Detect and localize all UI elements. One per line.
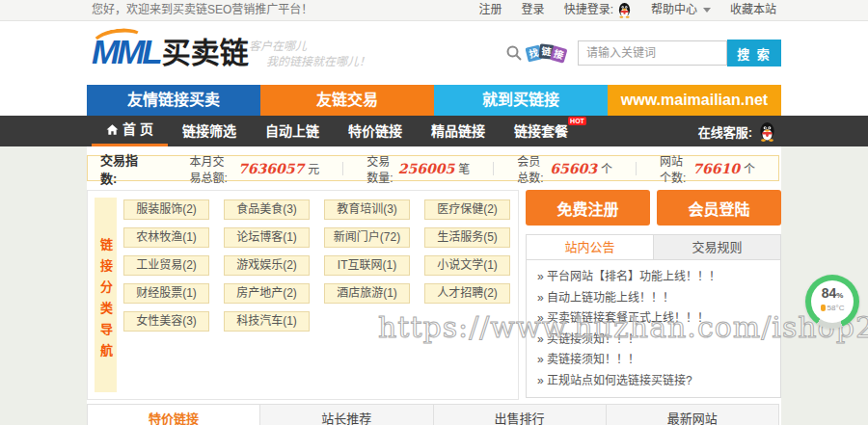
stat-unit: 元 xyxy=(308,160,319,176)
banner-seg-site-url[interactable]: www.maimailian.net xyxy=(608,85,781,116)
slogan-line2: 我的链接就在哪儿！ xyxy=(249,54,370,69)
stat-label: 本月交易总额: xyxy=(189,152,234,185)
notice-list: » 平台网站【排名】功能上线！！！ » 自动上链功能上线！！！ » 买卖链链接套… xyxy=(527,260,780,391)
category-item[interactable]: 食品美食(3) xyxy=(224,199,310,220)
hot-badge: HOT xyxy=(568,117,586,125)
register-link[interactable]: 注册 xyxy=(479,0,502,20)
nav-item-label: 链接套餐 xyxy=(514,117,568,146)
search-bar: 找 链 接 搜 索 xyxy=(505,40,781,66)
home-icon xyxy=(106,123,119,136)
notice-item[interactable]: » 平台网站【排名】功能上线！！！ xyxy=(537,267,770,288)
search-input[interactable] xyxy=(578,40,727,66)
stat-unit: 笔 xyxy=(458,160,470,176)
gauge-percent-value: 84 xyxy=(822,285,837,301)
online-service[interactable]: 在线客服: xyxy=(698,116,776,146)
notice-item[interactable]: » 正规站点如何选链接买链接? xyxy=(537,371,770,392)
category-item[interactable]: 农林牧渔(1) xyxy=(123,227,209,248)
stat-label: 交易数量: xyxy=(366,152,393,185)
account-buttons: 免费注册 会员登陆 xyxy=(526,190,781,226)
welcome-text: 您好，欢迎来到买卖链SEO营销推广平台！ xyxy=(92,0,312,20)
banner-seg-buy-links[interactable]: 就到买链接 xyxy=(434,85,608,116)
stat-site-count: 网站个数: 76610 个 xyxy=(636,162,778,175)
trade-index-bar: 交易指数: 本月交易总额: 7636057 元 交易数量: 256005 笔 会… xyxy=(87,155,779,181)
qq-icon[interactable] xyxy=(617,2,632,18)
login-link[interactable]: 登录 xyxy=(522,0,545,20)
notice-item[interactable]: » 买卖链链接套餐正式上线！！！ xyxy=(537,308,770,330)
nav-item-premium-links[interactable]: 精品链接 xyxy=(417,116,500,146)
stat-trade-count: 交易数量: 256005 笔 xyxy=(342,162,493,175)
find-link-tile-3: 接 xyxy=(550,45,568,64)
tab-special-links[interactable]: 特价链接 xyxy=(88,405,259,425)
qq-service-icon[interactable] xyxy=(758,121,776,142)
tab-trade-rules[interactable]: 交易规则 xyxy=(653,235,780,259)
gauge-face: 84% 58°C xyxy=(811,280,854,323)
category-item[interactable]: IT互联网(1) xyxy=(324,255,410,276)
category-panel: 链接分类导航 服装服饰(2) 食品美食(3) 教育培训(3) 医疗保健(2) 农… xyxy=(87,190,519,400)
stat-monthly-total: 本月交易总额: 7636057 元 xyxy=(166,162,342,175)
category-item[interactable]: 酒店旅游(1) xyxy=(324,283,410,304)
notice-item[interactable]: » 自动上链功能上线！！！ xyxy=(537,288,770,309)
category-item[interactable]: 工业贸易(2) xyxy=(123,255,209,276)
stat-unit: 个 xyxy=(601,160,612,176)
category-item[interactable]: 女性美容(3) xyxy=(123,311,209,332)
category-item[interactable]: 论坛博客(1) xyxy=(224,227,310,248)
gauge-temp-value: 58°C xyxy=(827,303,845,313)
nav-item-special-links[interactable]: 特价链接 xyxy=(334,116,417,146)
notice-box: 站内公告 交易规则 » 平台网站【排名】功能上线！！！ » 自动上链功能上线！！… xyxy=(526,234,781,398)
member-login-button[interactable]: 会员登陆 xyxy=(657,190,781,226)
notice-item[interactable]: » 买链接须知！！！ xyxy=(537,330,770,351)
category-item[interactable]: 新闻门户(72) xyxy=(324,227,410,248)
category-strip-title: 链接分类导航 xyxy=(95,198,117,392)
gauge-temp: 58°C xyxy=(811,303,854,313)
category-item[interactable]: 小说文学(1) xyxy=(424,255,510,276)
stat-label: 网站个数: xyxy=(660,152,689,185)
tab-newest-sites[interactable]: 最新网站 xyxy=(606,405,778,425)
free-register-button[interactable]: 免费注册 xyxy=(526,190,650,226)
nav-item-label: 精品链接 xyxy=(431,117,485,146)
gauge-percent: 84% xyxy=(811,286,854,303)
category-item[interactable]: 教育培训(3) xyxy=(324,199,410,220)
category-item[interactable]: 游戏娱乐(2) xyxy=(224,255,310,276)
logo-name: 买卖链 xyxy=(162,37,249,69)
page: 您好，欢迎来到买卖链SEO营销推广平台！ 注册 登录 快捷登录: 帮助中心 收藏… xyxy=(0,0,868,425)
category-item[interactable]: 生活服务(5) xyxy=(424,227,510,248)
search-icon xyxy=(505,44,523,62)
stat-value: 65603 xyxy=(550,161,597,176)
nav-item-home[interactable]: 首 页 xyxy=(92,116,168,146)
promo-banner: 友情链接买卖 友链交易 就到买链接 www.maimailian.net xyxy=(87,85,781,116)
category-item[interactable]: 服装服饰(2) xyxy=(123,199,209,220)
quick-login[interactable]: 快捷登录: xyxy=(564,0,632,20)
thermometer-icon xyxy=(821,305,826,311)
category-item[interactable]: 人才招聘(2) xyxy=(424,283,510,304)
site-logo[interactable]: MML 买卖链 xyxy=(92,35,249,69)
online-service-label: 在线客服: xyxy=(698,122,752,141)
nav-item-label: 链接筛选 xyxy=(182,117,236,146)
nav-item-link-filter[interactable]: 链接筛选 xyxy=(168,116,251,146)
search-button[interactable]: 搜 索 xyxy=(727,40,781,66)
topbar-links: 注册 登录 快捷登录: 帮助中心 收藏本站 xyxy=(479,0,776,20)
notice-item[interactable]: » 卖链接须知！！！ xyxy=(537,350,770,371)
category-item[interactable]: 科技汽车(1) xyxy=(224,311,310,332)
tab-site-announcements[interactable]: 站内公告 xyxy=(527,235,653,259)
tab-webmaster-picks[interactable]: 站长推荐 xyxy=(259,405,432,425)
tab-sales-ranking[interactable]: 出售排行 xyxy=(433,405,606,425)
nav-item-label: 自动上链 xyxy=(265,117,319,146)
help-center-menu[interactable]: 帮助中心 xyxy=(651,0,711,20)
nav-item-link-packages[interactable]: 链接套餐 HOT xyxy=(500,116,583,146)
main-nav: 首 页 链接筛选 自动上链 特价链接 精品链接 链接套餐 HOT 在线客服: xyxy=(0,116,868,146)
nav-items: 首 页 链接筛选 自动上链 特价链接 精品链接 链接套餐 HOT xyxy=(92,116,583,146)
quick-login-label: 快捷登录: xyxy=(564,0,613,20)
header: MML 买卖链 客户在哪儿 我的链接就在哪儿！ 找 链 接 搜 索 xyxy=(0,21,868,85)
category-item[interactable]: 财经股票(1) xyxy=(123,283,209,304)
stat-value: 7636057 xyxy=(238,161,304,176)
banner-seg-link-trade[interactable]: 友链交易 xyxy=(260,85,434,116)
slogan-line1: 客户在哪儿 xyxy=(249,39,370,54)
category-item[interactable]: 房产地产(2) xyxy=(224,283,310,304)
favorite-link[interactable]: 收藏本站 xyxy=(730,0,776,20)
slogan: 客户在哪儿 我的链接就在哪儿！ xyxy=(249,39,370,69)
nav-item-auto-link[interactable]: 自动上链 xyxy=(251,116,334,146)
category-item[interactable]: 医疗保健(2) xyxy=(424,199,510,220)
chevron-down-icon xyxy=(703,8,711,13)
banner-seg-friend-links[interactable]: 友情链接买卖 xyxy=(87,85,260,116)
browser-score-gauge[interactable]: 84% 58°C xyxy=(805,275,859,329)
